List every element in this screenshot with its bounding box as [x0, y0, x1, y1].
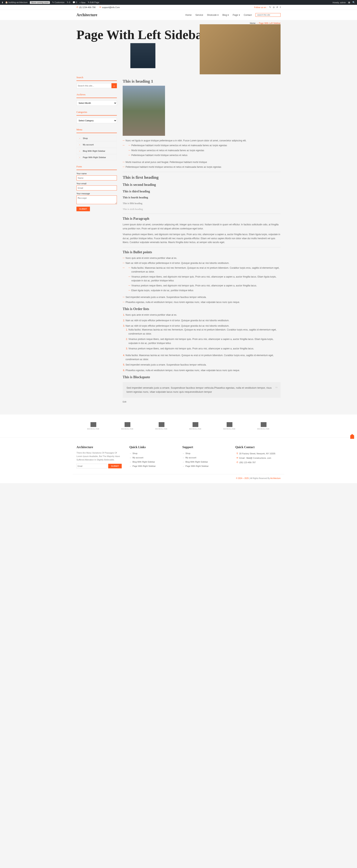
follow-label: Follow us on : — [254, 6, 267, 8]
site-name[interactable]: 🏠 building-architecture — [5, 1, 28, 4]
email-input[interactable] — [76, 185, 117, 190]
nav-service[interactable]: Service — [195, 14, 203, 17]
footer-email-input[interactable] — [76, 464, 107, 468]
list-item: Vivamus pretium neque libero, sed dignis… — [128, 284, 281, 287]
fifth-heading: This is fifth heading — [123, 202, 281, 205]
footer-link[interactable]: Shop — [182, 451, 228, 456]
footer-about: Architecture There Are Many Variations O… — [76, 445, 122, 468]
footer-link[interactable]: Shop — [129, 451, 175, 456]
list-item: Pellentesque habitant morbi tristique se… — [123, 144, 281, 157]
footer-link[interactable]: My account — [129, 456, 175, 460]
footer-heading: Quick Links — [129, 445, 175, 449]
comments-icon[interactable]: 💬 0 — [73, 1, 77, 4]
footer-heading: Support — [182, 445, 228, 449]
main-nav: Home Service Shotcode ▾ Blog ▾ Page ▾ Co… — [186, 13, 281, 17]
search-input[interactable] — [76, 83, 111, 88]
list-item: Morbi maximus sit amet purus sed feugiat… — [123, 160, 281, 164]
pinterest-icon[interactable]: P — [277, 6, 278, 8]
hero-building-image — [200, 24, 281, 74]
footer-link[interactable]: Page With Right Sidebar — [129, 464, 175, 468]
footer-heading: Quick Contact — [235, 445, 281, 449]
list-item: Vivamus pretium neque libero, sed dignis… — [128, 275, 281, 283]
nav-contact[interactable]: Contact — [244, 14, 252, 17]
building-icon — [91, 422, 96, 427]
footer-link[interactable]: Blog With Right Sidebar — [182, 460, 228, 464]
customize-link[interactable]: ✎ Customize — [52, 1, 65, 4]
excavator-image — [123, 86, 165, 136]
list-item: Nulla facilisi. Maecenas lacinia ac nisl… — [128, 266, 281, 274]
list-item: Nunc vel ligula in augue tristique pelle… — [123, 139, 281, 143]
nav-shotcode[interactable]: Shotcode ▾ — [207, 14, 219, 17]
instagram-icon[interactable]: ◎ — [273, 6, 275, 8]
hero: Page With Left Sidebar — [73, 24, 284, 72]
phone: ✆ (0) 1234-456-798 — [76, 6, 96, 8]
paragraph: Vivamus pretium neque libero, sed dignis… — [123, 232, 281, 244]
brand-logo: MONOLINE — [121, 422, 134, 430]
list-item: Nam ac nibh id turpis efficitur pellente… — [123, 261, 281, 265]
howdy[interactable]: Howdy, admin — [332, 1, 346, 4]
form-widget: Form Your name Your email Your message S… — [76, 165, 117, 211]
phone-icon: ✆ — [76, 6, 78, 8]
building-icon — [227, 422, 232, 427]
footer-link[interactable]: My account — [182, 456, 228, 460]
order-heading: This is Order lists — [123, 307, 281, 311]
footer-link[interactable]: Blog With Right Sidebar — [129, 460, 175, 464]
second-heading: This is second heading — [123, 183, 281, 187]
menu-widget: Menu Shop My account Blog With Right Sid… — [76, 128, 117, 160]
edit-link[interactable]: Edit — [123, 401, 281, 403]
list-item: Nulla facilisi. Maecenas lacinia ac nisl… — [123, 266, 281, 292]
menu-item[interactable]: Blog With Right Sidebar — [76, 148, 117, 154]
wp-logo[interactable]: ⧫ — [2, 1, 3, 4]
categories-select[interactable]: Select Category — [76, 118, 117, 123]
name-input[interactable] — [76, 176, 117, 181]
list-item: Sed imperdiet venenatis justo a ornare. … — [126, 363, 281, 367]
edit-page-link[interactable]: ✎ Edit Page — [88, 1, 99, 4]
blockquote-heading: This is Blockquote — [123, 375, 281, 379]
bullet-list: Nunc quis ante et enim viverra porttitor… — [123, 256, 281, 304]
brand-logo: MONOLINE — [87, 422, 100, 430]
bullets-heading: This is Bullet points — [123, 250, 281, 254]
nav-page[interactable]: Page ▾ — [233, 14, 240, 17]
message-textarea[interactable] — [76, 195, 117, 204]
brand-logo: MONOLINE — [257, 422, 270, 430]
mail-icon: ✉ — [99, 6, 101, 8]
archives-select[interactable]: Select Month — [76, 100, 117, 106]
search-widget: Search ⌕ — [76, 76, 117, 88]
list-item: Phasellus egestas, nulla et vestibulum t… — [123, 300, 281, 304]
search-button[interactable]: ⌕ — [111, 83, 117, 88]
updates-icon[interactable]: ↻ 6 — [67, 1, 70, 4]
nav-blog[interactable]: Blog ▾ — [222, 14, 229, 17]
menu-item[interactable]: Page With Right Sidebar — [76, 154, 117, 160]
breadcrumb-sep: → — [256, 22, 258, 24]
pin-icon: ⚲ — [236, 452, 238, 455]
divider — [123, 247, 281, 247]
store-badge[interactable]: Store coming soon — [30, 1, 50, 4]
facebook-icon[interactable]: f — [280, 6, 281, 8]
list-item: Pellentesque habitant morbi tristique se… — [128, 144, 281, 147]
email-label: Your email — [76, 182, 117, 185]
footer-submit-button[interactable]: SUBMIT — [108, 464, 122, 468]
mail-icon: ✉ — [236, 457, 238, 459]
avatar-icon[interactable]: ▦ — [348, 1, 350, 4]
submit-button[interactable]: SUBMIT — [76, 207, 90, 211]
nav-home[interactable]: Home — [186, 14, 192, 17]
list-item: Vivamus pretium neque libero, sed dignis… — [128, 337, 281, 345]
building-icon — [125, 422, 130, 427]
logo[interactable]: Architecture — [76, 13, 97, 17]
menu-item[interactable]: Shop — [76, 135, 117, 141]
search-icon[interactable]: 🔍 — [352, 1, 355, 4]
footer: Architecture There Are Many Variations O… — [0, 438, 357, 483]
main-content: This is heading 1 Nunc vel ligula in aug… — [123, 76, 281, 403]
list-item: Etiam ligula turpis, vulputate in dui ac… — [128, 288, 281, 292]
header: Architecture Home Service Shotcode ▾ Blo… — [0, 10, 357, 20]
breadcrumb-home[interactable]: Home — [250, 22, 255, 24]
menu-item[interactable]: My account — [76, 142, 117, 148]
list-item: Pellentesque habitant morbi tristique se… — [128, 153, 281, 157]
list-item: Nulla facilisi. Maecenas lacinia ac nisl… — [128, 328, 281, 336]
header-search-input[interactable] — [256, 13, 281, 17]
new-link[interactable]: + New — [79, 1, 86, 4]
x-icon[interactable]: 𝕏 — [269, 6, 271, 8]
widget-title: Categories — [76, 111, 117, 116]
message-label: Your message — [76, 192, 117, 195]
footer-link[interactable]: Page With Right Sidebar — [182, 464, 228, 468]
